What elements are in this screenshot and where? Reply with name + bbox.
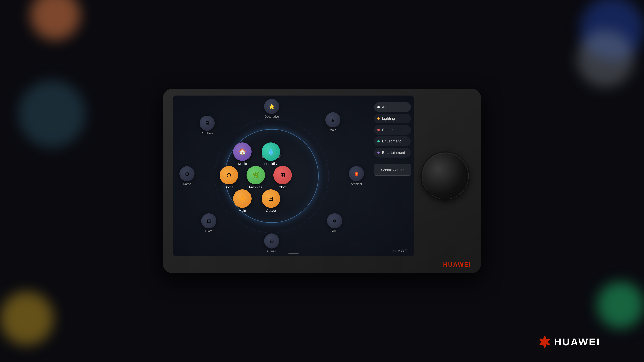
node-label-ac: A/C xyxy=(332,229,337,233)
node-main-top[interactable]: ▲ Main xyxy=(325,112,340,132)
node-circle-ambient: 🏮 xyxy=(349,166,364,181)
node-gauze-bottom[interactable]: ⊟ Gauze xyxy=(264,233,279,253)
inner-node-fresh-air[interactable]: 🌿 Fresh air xyxy=(246,166,265,189)
node-circle-decorative: ⭐ xyxy=(264,99,279,114)
bg-blob-3 xyxy=(0,292,54,345)
filter-label-all: All xyxy=(382,105,386,109)
filter-dot-shade xyxy=(377,129,380,131)
huawei-footer-label: HUAWEI xyxy=(554,336,600,348)
right-panel xyxy=(414,95,476,256)
filter-dot-all xyxy=(377,106,380,108)
filter-item-shade[interactable]: Shade xyxy=(374,125,411,135)
filter-dot-lighting xyxy=(377,117,380,120)
node-ac[interactable]: ❄ A/C xyxy=(327,213,342,233)
huawei-footer: HUAWEI xyxy=(538,335,600,349)
inner-node-humidity[interactable]: 💧 Humidity xyxy=(262,142,280,166)
bg-blob-1 xyxy=(30,0,80,40)
screen-indicator xyxy=(288,253,298,254)
node-decorative[interactable]: ⭐ Decorative xyxy=(264,99,279,118)
inner-label-music: Music xyxy=(238,162,247,166)
inner-circle-humidity: 💧 xyxy=(262,142,280,161)
node-circle-cloth-bottom: ⊞ xyxy=(201,213,216,228)
filter-item-enviroment[interactable]: Enviroment xyxy=(374,136,411,146)
screen-content: 🛋 Living room ⭐ Decorative ▲ Main xyxy=(173,95,414,256)
node-label-ambient: Ambient xyxy=(351,182,362,186)
bg-blob-6 xyxy=(597,282,644,329)
filter-label-shade: Shade xyxy=(382,128,393,132)
radial-area: 🛋 Living room ⭐ Decorative ▲ Main xyxy=(173,95,371,256)
device-outer: 🛋 Living room ⭐ Decorative ▲ Main xyxy=(163,89,481,273)
node-cloth-bottom[interactable]: ⊞ Cloth xyxy=(201,213,216,233)
filter-label-lighting: Lighting xyxy=(382,116,395,121)
bg-blob-2 xyxy=(18,80,86,147)
control-knob[interactable] xyxy=(422,152,469,199)
inner-label-gauze: Gauze xyxy=(266,209,276,213)
inner-circle-main: 🔆 xyxy=(233,189,252,208)
inner-node-main[interactable]: 🔆 Main xyxy=(233,189,252,213)
node-circle-dome: ⊙ xyxy=(180,166,194,181)
node-label-auxiliary: Auxiliary xyxy=(202,132,213,135)
inner-node-dome[interactable]: ⊙ Dome xyxy=(220,166,238,189)
filter-item-entertainment[interactable]: Entertainment xyxy=(374,148,411,158)
node-label-cloth-bottom: Cloth xyxy=(205,229,212,233)
node-label-gauze-bottom: Gauze xyxy=(267,250,276,253)
node-auxiliary[interactable]: 🖥 Auxiliary xyxy=(200,116,215,135)
node-circle-auxiliary: 🖥 xyxy=(200,116,215,131)
node-label-dome: Dome xyxy=(183,182,191,186)
inner-node-music[interactable]: 🏠 Music xyxy=(233,142,252,166)
bg-blob-5 xyxy=(577,30,634,87)
filter-label-enviroment: Enviroment xyxy=(382,139,401,143)
create-scene-button[interactable]: Create Scene xyxy=(374,164,411,176)
screen-brand: HUAWEI xyxy=(392,249,409,253)
inner-circle-music: 🏠 xyxy=(233,142,252,161)
filter-item-lighting[interactable]: Lighting xyxy=(374,114,411,123)
inner-node-cloth[interactable]: ⊞ Cloth xyxy=(273,166,292,189)
node-circle-main-top: ▲ xyxy=(325,112,340,127)
device-wrapper: 🛋 Living room ⭐ Decorative ▲ Main xyxy=(163,89,481,273)
filter-panel: All Lighting Shade Enviroment xyxy=(371,95,414,256)
node-label-decorative: Decorative xyxy=(264,115,279,118)
filter-item-all[interactable]: All xyxy=(374,102,411,112)
inner-label-dome: Dome xyxy=(224,185,233,189)
node-ambient[interactable]: 🏮 Ambient xyxy=(349,166,364,186)
huawei-logo-icon xyxy=(538,335,552,349)
node-dome[interactable]: ⊙ Dome xyxy=(180,166,194,186)
device-brand: HUAWEI xyxy=(443,261,471,268)
inner-node-gauze[interactable]: ⊟ Gauze xyxy=(262,189,280,213)
filter-dot-entertainment xyxy=(377,151,380,154)
inner-circle-gauze: ⊟ xyxy=(262,189,280,208)
filter-label-entertainment: Entertainment xyxy=(382,150,405,155)
node-circle-ac: ❄ xyxy=(327,213,342,228)
inner-circle-dome: ⊙ xyxy=(220,166,238,184)
inner-label-fresh-air: Fresh air xyxy=(249,185,262,189)
filter-dot-enviroment xyxy=(377,140,380,142)
node-circle-gauze-bottom: ⊟ xyxy=(264,233,279,249)
inner-label-humidity: Humidity xyxy=(264,162,278,166)
inner-label-cloth: Cloth xyxy=(279,185,286,189)
device-screen: 🛋 Living room ⭐ Decorative ▲ Main xyxy=(173,95,414,256)
inner-circle-fresh-air: 🌿 xyxy=(246,166,265,184)
inner-circle-cloth: ⊞ xyxy=(273,166,292,184)
node-label-main-top: Main xyxy=(330,128,336,132)
inner-label-main: Main xyxy=(239,209,246,213)
